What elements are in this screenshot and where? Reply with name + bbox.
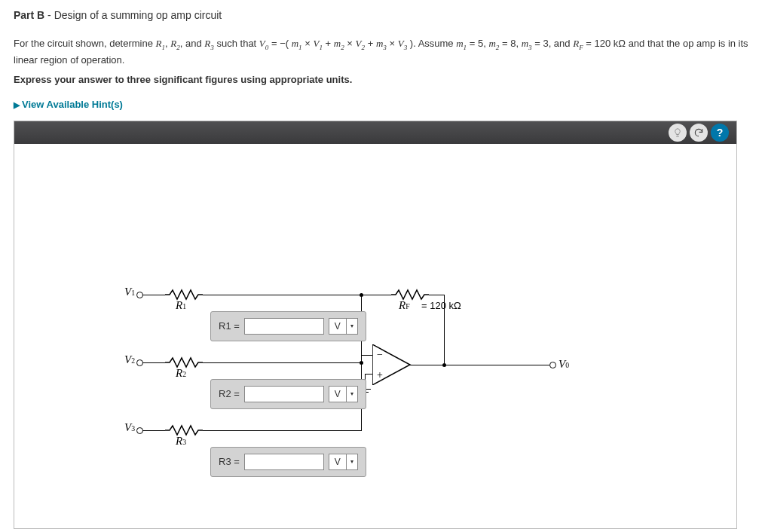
label-v3: V3 [124, 421, 135, 434]
help-icon[interactable]: ? [711, 124, 729, 142]
reset-icon[interactable] [690, 124, 708, 142]
label-v2: V2 [124, 353, 135, 366]
label-rf: RF [399, 299, 410, 312]
opamp: − + [372, 344, 414, 385]
problem-statement: For the circuit shown, determine R1, R2,… [14, 36, 748, 68]
chevron-down-icon[interactable]: ▾ [346, 319, 357, 334]
resistor-rf [391, 289, 429, 301]
input-box-r2: R2 = V ▾ [210, 379, 366, 409]
input-field-r1[interactable] [244, 318, 324, 335]
input-label-r1: R1 = [219, 320, 240, 332]
part-label: Part B [14, 9, 44, 21]
answer-instruction: Express your answer to three significant… [14, 74, 748, 85]
label-v1: V1 [124, 286, 135, 298]
input-label-r3: R3 = [219, 456, 240, 467]
terminal-v0 [549, 362, 556, 368]
unit-select-r2[interactable]: V ▾ [329, 386, 358, 402]
chevron-down-icon[interactable]: ▾ [346, 387, 357, 402]
svg-text:−: − [377, 349, 383, 360]
label-r3: R3 [176, 435, 186, 448]
view-hints-link[interactable]: View Available Hint(s) [14, 99, 123, 110]
label-r2: R2 [176, 367, 186, 380]
part-header: Part B - Design of a summing op amp circ… [14, 9, 748, 21]
answer-toolbar: ? [14, 121, 736, 144]
label-rf-value: = 120 kΩ [421, 300, 461, 311]
unit-select-r1[interactable]: V ▾ [329, 318, 358, 335]
unit-select-r3[interactable]: V ▾ [329, 454, 358, 470]
hint-bulb-icon[interactable] [669, 124, 687, 142]
input-field-r3[interactable] [244, 454, 324, 470]
part-title: - Design of a summing op amp circuit [44, 9, 222, 21]
input-box-r3: R3 = V ▾ [210, 447, 366, 477]
node-output [442, 363, 446, 367]
input-label-r2: R2 = [219, 388, 240, 399]
input-field-r2[interactable] [244, 386, 324, 402]
chevron-down-icon[interactable]: ▾ [346, 454, 357, 469]
svg-text:+: + [377, 369, 383, 381]
label-r1: R1 [176, 299, 186, 312]
answer-frame: ? V1 R1 V2 R2 V3 [14, 121, 737, 529]
circuit-diagram: V1 R1 V2 R2 V3 R3 [14, 144, 736, 528]
input-box-r1: R1 = V ▾ [210, 311, 366, 341]
label-v0: V0 [558, 358, 569, 371]
